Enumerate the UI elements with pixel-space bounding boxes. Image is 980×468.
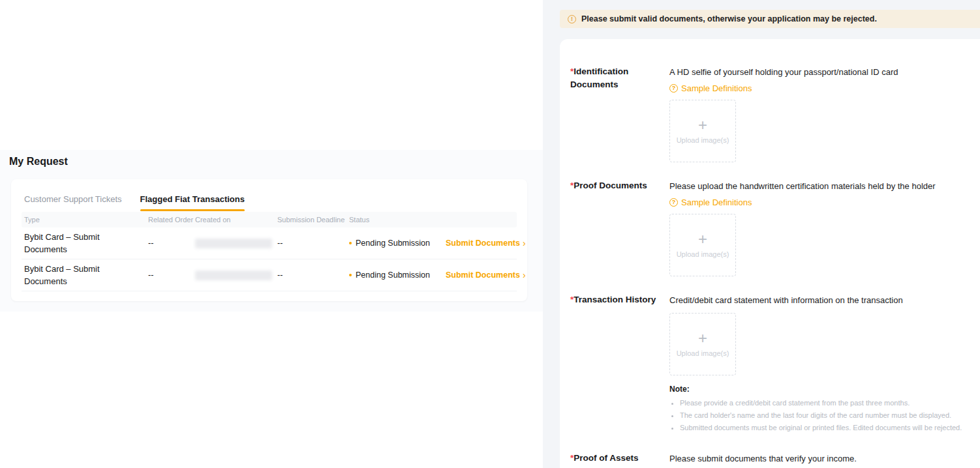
section-transaction-history: *Transaction History Credit/debit card s…	[570, 293, 980, 435]
info-circle-icon: !	[568, 15, 576, 23]
field-label-text: Transaction History	[574, 295, 656, 304]
submission-deadline-value: --	[275, 271, 346, 280]
note-title: Note:	[669, 385, 980, 394]
support-requests-page: My Request Customer Support Tickets Flag…	[0, 0, 543, 468]
chevron-right-icon: ›	[523, 271, 526, 279]
section-proof-of-assets: *Proof of Assets Please submit documents…	[570, 452, 980, 466]
sample-definitions-label: Sample Definitions	[681, 197, 752, 207]
sample-definitions-link[interactable]: ? Sample Definitions	[669, 196, 752, 209]
submit-documents-label: Submit Documents	[446, 271, 520, 280]
upload-dropzone[interactable]: + Upload image(s)	[669, 313, 736, 375]
field-label-text: Proof of Assets	[574, 453, 638, 463]
upload-label: Upload image(s)	[677, 250, 729, 258]
upload-dropzone[interactable]: + Upload image(s)	[669, 100, 736, 162]
question-circle-icon: ?	[669, 198, 678, 207]
request-type: Bybit Card – Submit Documents	[22, 227, 123, 259]
field-body: Please upload the handwritten certificat…	[669, 179, 980, 276]
request-type: Bybit Card – Submit Documents	[22, 259, 123, 291]
action-cell: Submit Documents ›	[443, 239, 527, 248]
sample-definitions-label: Sample Definitions	[681, 83, 752, 93]
upload-label: Upload image(s)	[677, 349, 729, 357]
plus-icon: +	[698, 233, 707, 246]
document-submission-panel: ! Please submit valid documents, otherwi…	[543, 0, 980, 468]
col-header-status: Status	[346, 216, 443, 224]
request-tabs: Customer Support Tickets Flagged Fiat Tr…	[11, 179, 527, 211]
related-order-value: --	[145, 271, 192, 280]
submit-documents-link[interactable]: Submit Documents ›	[446, 271, 526, 280]
related-order-value: --	[145, 239, 192, 248]
chevron-right-icon: ›	[523, 239, 526, 247]
redacted-date	[195, 271, 272, 280]
sample-definitions-link[interactable]: ? Sample Definitions	[669, 81, 752, 95]
page-title: My Request	[9, 156, 68, 168]
action-cell: Submit Documents ›	[443, 271, 527, 280]
field-label: *Proof Documents	[570, 179, 656, 276]
note-item: The card holder's name and the last four…	[680, 410, 966, 420]
col-header-related-order: Related Order	[145, 216, 192, 224]
flagged-transactions-table: Type Related Order Created on Submission…	[22, 212, 517, 291]
col-header-submission-deadline: Submission Deadline	[275, 216, 346, 224]
redacted-date	[195, 239, 272, 248]
submission-form-card: *Identification Documents A HD selfie of…	[560, 39, 980, 468]
tab-customer-support-tickets[interactable]: Customer Support Tickets	[24, 194, 122, 211]
question-circle-icon: ?	[669, 84, 678, 93]
field-label: *Identification Documents	[570, 65, 656, 162]
field-body: Please submit documents that verify your…	[669, 452, 980, 466]
submit-documents-link[interactable]: Submit Documents ›	[446, 239, 526, 248]
status-badge: Pending Submission	[356, 271, 430, 280]
plus-icon: +	[698, 332, 707, 345]
table-row: Bybit Card – Submit Documents -- -- Pend…	[22, 227, 517, 259]
note-block: Note: Please provide a credit/debit card…	[669, 385, 980, 433]
col-header-type: Type	[22, 216, 145, 224]
requests-card: Customer Support Tickets Flagged Fiat Tr…	[11, 179, 527, 301]
field-label: *Transaction History	[570, 293, 656, 435]
submission-deadline-value: --	[275, 239, 346, 248]
note-item: Submitted documents must be original or …	[680, 422, 966, 433]
tab-label: Flagged Fiat Transactions	[140, 194, 245, 204]
col-header-created-on: Created on	[192, 216, 275, 224]
upload-label: Upload image(s)	[677, 136, 729, 144]
status-cell: Pending Submission	[346, 239, 443, 248]
table-header-row: Type Related Order Created on Submission…	[22, 212, 517, 227]
section-proof-documents: *Proof Documents Please upload the handw…	[570, 179, 980, 276]
plus-icon: +	[698, 119, 707, 132]
status-dot-icon	[349, 274, 352, 276]
field-body: A HD selfie of yourself holding your pas…	[669, 65, 980, 162]
field-label-text: Identification Documents	[570, 66, 628, 89]
note-item: Please provide a credit/debit card state…	[680, 398, 966, 408]
status-cell: Pending Submission	[346, 271, 443, 280]
my-request-section: My Request Customer Support Tickets Flag…	[0, 150, 543, 312]
active-tab-indicator	[140, 209, 245, 211]
field-description: A HD selfie of yourself holding your pas…	[669, 65, 938, 80]
note-list: Please provide a credit/debit card state…	[669, 398, 966, 433]
field-label-text: Proof Documents	[574, 181, 647, 190]
status-badge: Pending Submission	[356, 239, 430, 248]
field-body: Credit/debit card statement with informa…	[669, 293, 980, 435]
warning-banner-text: Please submit valid documents, otherwise…	[581, 14, 877, 23]
field-description: Please submit documents that verify your…	[669, 452, 938, 466]
upload-dropzone[interactable]: + Upload image(s)	[669, 214, 736, 276]
field-label: *Proof of Assets	[570, 452, 656, 466]
field-description: Credit/debit card statement with informa…	[669, 293, 938, 308]
tab-flagged-fiat-transactions[interactable]: Flagged Fiat Transactions	[140, 194, 245, 211]
status-dot-icon	[349, 242, 352, 244]
section-identification-documents: *Identification Documents A HD selfie of…	[570, 65, 980, 162]
created-on-cell	[192, 239, 275, 248]
field-description: Please upload the handwritten certificat…	[669, 179, 938, 194]
created-on-cell	[192, 271, 275, 280]
submit-documents-label: Submit Documents	[446, 239, 520, 248]
warning-banner: ! Please submit valid documents, otherwi…	[560, 10, 980, 28]
table-row: Bybit Card – Submit Documents -- -- Pend…	[22, 259, 517, 291]
